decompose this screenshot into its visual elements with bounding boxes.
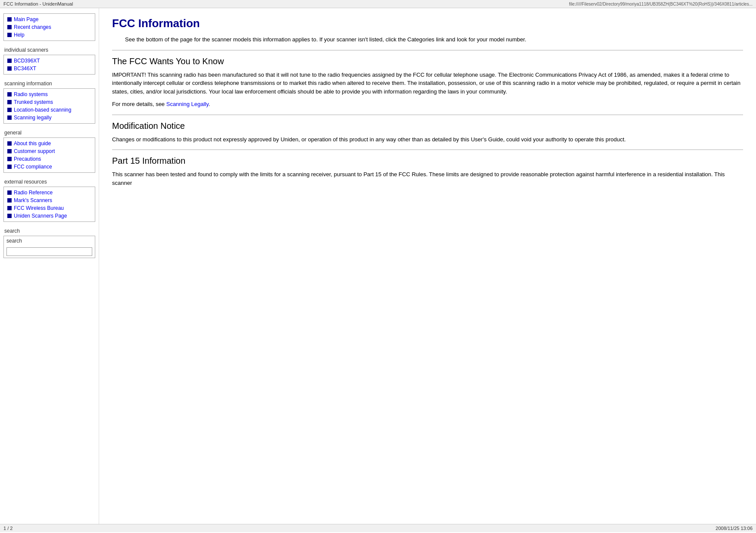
section1-body1: IMPORTANT! This scanning radio has been … (112, 71, 743, 96)
section3-heading: Part 15 Information (112, 156, 743, 166)
external-resources-label: external resources (0, 176, 99, 186)
sidebar: Main Page Recent changes Help individual… (0, 8, 99, 524)
nav-scanning-legally[interactable]: Scanning legally (7, 114, 91, 122)
page-info: 1 / 2 (3, 526, 12, 531)
page-title: FCC Information (112, 17, 743, 30)
bullet-icon (7, 17, 12, 22)
nav-radio-reference-label: Radio Reference (14, 190, 53, 196)
nav-uniden-scanners-page[interactable]: Uniden Scanners Page (7, 212, 91, 220)
nav-fcc-compliance[interactable]: FCC compliance (7, 163, 91, 171)
section1-body2-prefix: For more details, see (112, 101, 166, 107)
nav-scanning-legally-label: Scanning legally (14, 115, 51, 121)
nav-marks-scanners[interactable]: Mark's Scanners (7, 196, 91, 204)
nav-about-this-guide-label: About this guide (14, 140, 51, 146)
nav-main-page[interactable]: Main Page (7, 16, 91, 23)
nav-recent-changes-label: Recent changes (14, 24, 51, 30)
divider-1 (112, 50, 743, 50)
bullet-icon (7, 165, 12, 169)
scanning-information-box: Radio systems Trunked systems Location-b… (3, 88, 95, 124)
main-content: FCC Information See the bottom of the pa… (99, 8, 756, 524)
nav-uniden-scanners-page-label: Uniden Scanners Page (14, 213, 67, 219)
search-box: search (3, 236, 95, 258)
nav-help[interactable]: Help (7, 31, 91, 39)
bullet-icon (7, 25, 12, 29)
bullet-icon (7, 59, 12, 63)
bullet-icon (7, 115, 12, 120)
nav-trunked-systems-label: Trunked systems (14, 99, 53, 105)
bullet-icon (7, 66, 12, 71)
bullet-icon (7, 149, 12, 153)
section1-heading: The FCC Wants You to Know (112, 56, 743, 66)
bottom-bar: 1 / 2 2008/11/25 13:06 (0, 524, 756, 532)
general-label: general (0, 127, 99, 137)
nav-about-this-guide[interactable]: About this guide (7, 140, 91, 147)
search-box-inner-label: search (6, 238, 92, 244)
individual-scanners-box: BCD396XT BC346XT (3, 55, 95, 75)
nav-customer-support-label: Customer support (14, 148, 55, 154)
scanning-information-label: scanning information (0, 78, 99, 87)
bullet-icon (7, 33, 12, 37)
page-wrapper: Main Page Recent changes Help individual… (0, 8, 756, 524)
bullet-icon (7, 92, 12, 97)
section2-body: Changes or modifications to this product… (112, 135, 743, 144)
nav-fcc-wireless-bureau[interactable]: FCC Wireless Bureau (7, 204, 91, 212)
nav-location-based-scanning-label: Location-based scanning (14, 107, 71, 113)
bullet-icon (7, 198, 12, 203)
individual-scanners-label: individual scanners (0, 44, 99, 54)
bullet-icon (7, 141, 12, 146)
bullet-icon (7, 190, 12, 195)
intro-text: See the bottom of the page for the scann… (112, 35, 743, 44)
nav-marks-scanners-label: Mark's Scanners (14, 197, 52, 203)
search-input[interactable] (6, 247, 92, 256)
divider-2 (112, 115, 743, 115)
url-bar: file://///Fileserv02/Directory99/moriya1… (569, 2, 753, 6)
nav-radio-systems[interactable]: Radio systems (7, 90, 91, 98)
search-label: search (0, 225, 99, 235)
nav-radio-systems-label: Radio systems (14, 91, 48, 97)
nav-bcd396xt-label: BCD396XT (14, 58, 40, 64)
top-bar: FCC Information - UnidenManual file:////… (0, 0, 756, 8)
scanning-legally-link[interactable]: Scanning Legally (166, 101, 209, 107)
section2-heading: Modification Notice (112, 121, 743, 131)
nav-bc346xt[interactable]: BC346XT (7, 65, 91, 72)
nav-box: Main Page Recent changes Help (3, 13, 95, 41)
nav-fcc-wireless-bureau-label: FCC Wireless Bureau (14, 205, 64, 211)
bullet-icon (7, 157, 12, 161)
section1-body2-suffix: . (209, 101, 210, 107)
general-box: About this guide Customer support Precau… (3, 137, 95, 173)
bullet-icon (7, 214, 12, 218)
section1-body2: For more details, see Scanning Legally. (112, 100, 743, 109)
nav-main-page-label: Main Page (14, 16, 38, 22)
nav-trunked-systems[interactable]: Trunked systems (7, 98, 91, 106)
nav-bc346xt-label: BC346XT (14, 65, 36, 72)
nav-customer-support[interactable]: Customer support (7, 147, 91, 155)
nav-radio-reference[interactable]: Radio Reference (7, 189, 91, 196)
window-title: FCC Information - UnidenManual (3, 1, 73, 6)
bullet-icon (7, 100, 12, 104)
bullet-icon (7, 206, 12, 210)
nav-precautions-label: Precautions (14, 156, 41, 162)
nav-location-based-scanning[interactable]: Location-based scanning (7, 106, 91, 114)
nav-help-label: Help (14, 32, 25, 38)
datetime: 2008/11/25 13:06 (715, 526, 753, 531)
section3-body: This scanner has been tested and found t… (112, 170, 743, 187)
nav-bcd396xt[interactable]: BCD396XT (7, 57, 91, 65)
nav-fcc-compliance-label: FCC compliance (14, 164, 52, 170)
nav-precautions[interactable]: Precautions (7, 155, 91, 163)
nav-recent-changes[interactable]: Recent changes (7, 23, 91, 31)
external-resources-box: Radio Reference Mark's Scanners FCC Wire… (3, 187, 95, 222)
bullet-icon (7, 108, 12, 112)
divider-3 (112, 150, 743, 150)
